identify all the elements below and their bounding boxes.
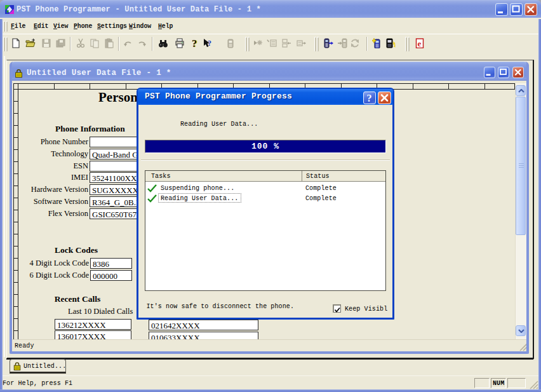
svg-text:e: e xyxy=(418,39,422,48)
svg-text:?: ? xyxy=(208,39,211,48)
svg-text:?: ? xyxy=(192,38,197,48)
svg-text:?: ? xyxy=(367,93,372,104)
